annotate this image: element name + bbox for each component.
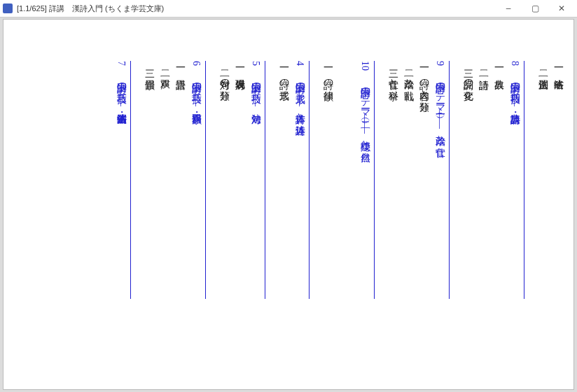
document-page: 一 省略法 二 倒置法 8 中国詩の技巧（四）――典故・詩語 一 典故 二 詩語… <box>3 19 574 390</box>
item-number: 一 <box>550 61 566 62</box>
list-item: 二 倒置法 <box>535 61 550 299</box>
item-number: 二 <box>216 61 232 62</box>
item-number: 二 <box>157 61 172 62</box>
item-number: 一 <box>416 61 431 62</box>
list-item: 三 畳韻 <box>141 61 157 299</box>
item-label: 詩の韻律 <box>323 72 333 83</box>
section-number: 5 <box>248 61 263 66</box>
list-item: 一 畳語 <box>172 61 188 299</box>
item-label: 詩の内容と分類 <box>419 72 429 94</box>
section-title: 中国詩のテーマ（一）――政治と仕官 <box>435 76 445 140</box>
list-item: 三 仕官と科挙 <box>385 61 401 299</box>
list-item: 二 双声 <box>157 61 172 299</box>
list-item: 一 典故 <box>491 61 506 299</box>
section-number: 4 <box>292 61 307 66</box>
window-titlebar: [1.1/625] 詳講 漢詩入門 (ちくま学芸文庫) – ▢ ✕ <box>0 0 577 18</box>
item-number: 一 <box>320 61 335 62</box>
app-icon <box>3 4 13 13</box>
section-number: 9 <box>432 61 447 66</box>
list-item: 一 詩の形式 <box>276 61 291 299</box>
item-label: 詩の形式 <box>279 72 289 83</box>
section-heading-10[interactable]: 10 中国詩のテーマ（二）――隠棲と自然 <box>357 61 375 299</box>
item-label: 品詞の変化 <box>463 72 473 83</box>
list-item: 二 詩語 <box>475 61 491 299</box>
section-number: 8 <box>507 61 522 66</box>
item-number: 二 <box>475 61 491 62</box>
section-heading-9[interactable]: 9 中国詩のテーマ（一）――政治と仕官 <box>432 61 450 299</box>
window-controls: – ▢ ✕ <box>496 1 574 15</box>
list-item: 一 省略法 <box>550 61 566 299</box>
item-label: 仕官と科挙 <box>388 72 398 83</box>
item-number: 三 <box>460 61 475 62</box>
window-title: [1.1/625] 詳講 漢詩入門 (ちくま学芸文庫) <box>17 4 496 14</box>
section-heading-8[interactable]: 8 中国詩の技巧（四）――典故・詩語 <box>507 61 524 299</box>
section-heading-5[interactable]: 5 中国詩の技巧（一）――対句法 <box>248 61 265 299</box>
list-item: 一 対偶表現 <box>232 61 247 299</box>
section-heading-7[interactable]: 7 中国詩の技巧（三）――省略法・倒置法 <box>113 61 131 299</box>
section-title: 中国詩の技巧（一）――対句法 <box>251 76 261 106</box>
maximize-button[interactable]: ▢ <box>522 1 548 15</box>
section-title: 中国詩の技巧（二）――双声・畳韻 <box>191 76 202 106</box>
minimize-button[interactable]: – <box>496 1 521 15</box>
section-title: 中国詩のテーマ（二）――隠棲と自然 <box>360 80 370 145</box>
item-number: 一 <box>491 61 506 62</box>
list-item: 一 詩の内容と分類 <box>416 61 431 299</box>
item-number: 二 <box>401 61 416 62</box>
item-label: 対句の分類 <box>219 72 230 83</box>
section-number: 10 <box>357 61 373 71</box>
section-title: 中国詩の形式（一）――古体詩と近体詩 <box>295 76 305 118</box>
list-item: 二 政治と戦乱 <box>401 61 416 299</box>
item-label: 政治と戦乱 <box>403 72 414 83</box>
section-number: 7 <box>113 61 129 66</box>
list-item: 三 品詞の変化 <box>460 61 475 299</box>
section-heading-4[interactable]: 4 中国詩の形式（一）――古体詩と近体詩 <box>292 61 310 299</box>
section-title: 中国詩の技巧（三）――省略法・倒置法 <box>116 76 127 106</box>
section-number: 6 <box>188 61 204 66</box>
list-item: 二 対句の分類 <box>216 61 232 299</box>
section-title: 中国詩の技巧（四）――典故・詩語 <box>510 76 520 106</box>
item-number: 一 <box>172 61 188 62</box>
item-number: 三 <box>141 61 157 62</box>
item-number: 三 <box>385 61 401 62</box>
item-number: 一 <box>232 61 247 62</box>
item-number: 一 <box>276 61 291 62</box>
close-button[interactable]: ✕ <box>549 1 574 15</box>
item-number: 二 <box>535 61 550 62</box>
list-item: 一 詩の韻律 <box>320 61 335 299</box>
section-heading-6[interactable]: 6 中国詩の技巧（二）――双声・畳韻 <box>188 61 206 299</box>
